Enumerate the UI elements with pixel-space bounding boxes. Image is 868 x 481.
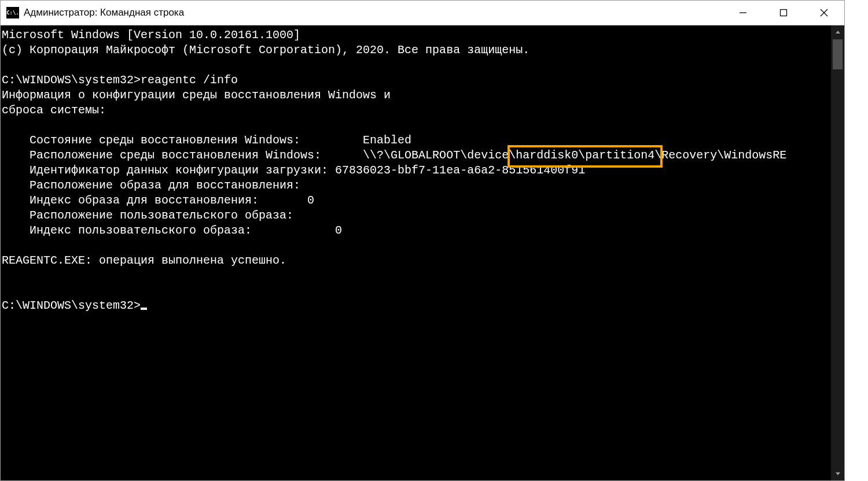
console-line: Индекс пользовательского образа: 0 <box>2 224 342 237</box>
console-line: Состояние среды восстановления Windows: … <box>2 134 411 147</box>
console-line: Расположение пользовательского образа: <box>2 209 293 222</box>
window-title: Администратор: Командная строка <box>24 7 184 18</box>
scroll-track[interactable] <box>831 39 844 467</box>
console-line: Индекс образа для восстановления: 0 <box>2 194 314 207</box>
scroll-up-button[interactable] <box>831 25 844 39</box>
titlebar-left: C:\. Администратор: Командная строка <box>1 7 723 18</box>
window-controls <box>723 1 844 25</box>
client-area: Microsoft Windows [Version 10.0.20161.10… <box>1 25 844 480</box>
close-button[interactable] <box>804 1 844 25</box>
console-line: сброса системы: <box>2 103 106 117</box>
console-line: Идентификатор данных конфигурации загруз… <box>2 164 585 177</box>
console-prompt: C:\WINDOWS\system32> <box>2 299 141 312</box>
svg-marker-4 <box>836 31 840 34</box>
minimize-button[interactable] <box>723 1 763 25</box>
command-prompt-window: C:\. Администратор: Командная строка Mic… <box>0 0 845 481</box>
console-line: Информация о конфигурации среды восстано… <box>2 88 391 102</box>
titlebar[interactable]: C:\. Администратор: Командная строка <box>1 1 844 25</box>
svg-rect-1 <box>781 10 787 16</box>
console-line: REAGENTC.EXE: операция выполнена успешно… <box>2 254 286 267</box>
svg-marker-5 <box>836 472 840 475</box>
cmd-icon: C:\. <box>6 7 19 18</box>
scroll-down-button[interactable] <box>831 467 844 480</box>
console-line: (c) Корпорация Майкрософт (Microsoft Cor… <box>2 43 529 57</box>
console-line: Расположение образа для восстановления: <box>2 179 300 192</box>
scroll-thumb[interactable] <box>833 39 843 69</box>
console-output[interactable]: Microsoft Windows [Version 10.0.20161.10… <box>1 25 831 480</box>
console-line: Microsoft Windows [Version 10.0.20161.10… <box>2 28 300 42</box>
maximize-button[interactable] <box>763 1 804 25</box>
console-line: Расположение среды восстановления Window… <box>2 149 786 162</box>
vertical-scrollbar[interactable] <box>831 25 844 480</box>
cursor-icon <box>141 308 147 310</box>
console-line: C:\WINDOWS\system32>reagentc /info <box>2 73 238 87</box>
